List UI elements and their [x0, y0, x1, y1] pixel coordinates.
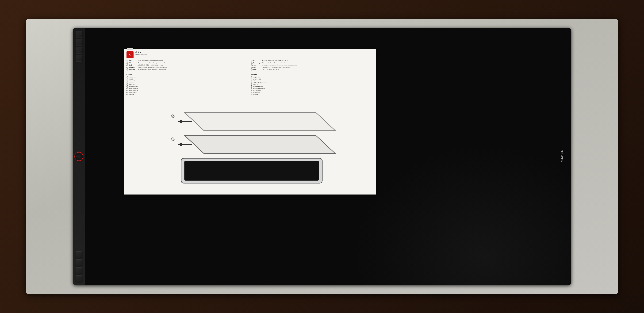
outer-tray: XP-PEN ↖ ① 注意 使用前請先小保護膜! — [26, 19, 618, 294]
instruction-paper: ↖ ① 注意 使用前請先小保護膜! ① Note — [124, 49, 376, 194]
side-button-7[interactable] — [76, 267, 82, 274]
film-item-ag-en: ②Anti-glare film — [250, 76, 374, 78]
film-item-de1: ①Schutzfolie — [126, 82, 249, 84]
logo-box: ↖ — [126, 51, 134, 58]
button-group-bottom — [76, 251, 82, 282]
svg-text:②: ② — [171, 114, 175, 118]
circle-1d: ① — [126, 67, 128, 68]
film-section: ① 保護膜 ①Protective film ①보호 필름 ①Película … — [126, 74, 374, 95]
notice-col-right: ① 참 고 사용하기 전에 ①의 보호 필름을 빼어 내십시오 ① Anmerk… — [251, 60, 374, 71]
screen-area: XP-PEN ↖ ① 注意 使用前請先小保護膜! — [85, 28, 571, 285]
notice-subtitle: 使用前請先小保護膜! — [136, 54, 374, 56]
circle-1: ① — [126, 60, 128, 62]
film-type-2-title: ② 防眩光膜 — [250, 74, 374, 76]
film-item-ag-de: ②Anti-Glare Displayschutzfolie — [250, 82, 374, 84]
paper-corner — [127, 48, 133, 50]
notice-row-de: ① Anmerkung Entfernen Sie bitte die Schu… — [251, 62, 374, 64]
side-button-4[interactable] — [76, 55, 82, 62]
film-item-fr1: ①Film de protection — [126, 92, 249, 93]
notice-row-pt: ① Nota Por favor, retire a ① pelicula pr… — [251, 66, 374, 68]
film-item-kr1: ①보호 필름 — [126, 78, 249, 80]
circle-1i: ① — [251, 67, 252, 68]
header-title-block: ① 注意 使用前請先小保護膜! — [136, 51, 374, 56]
svg-marker-7 — [178, 120, 182, 124]
film-type-1-title: ① 保護膜 — [126, 74, 249, 76]
svg-text:①: ① — [171, 136, 175, 142]
film-col-protective: ① 保護膜 ①Protective film ①보호 필름 ①Película … — [126, 74, 249, 95]
film-item-ag-jp: ②防眩フィルム — [250, 84, 374, 86]
svg-rect-5 — [184, 161, 319, 180]
notice-row-ru: ① Внимание Снимите 1 Защитную пленку пер… — [126, 66, 249, 68]
notice-row-kr: ① 참 고 사용하기 전에 ①의 보호 필름을 빼어 내십시오 — [251, 60, 374, 62]
notice-title-chinese: ① 注意 — [136, 51, 374, 54]
film-item-ag-it: ②Pellicola anti bagliore — [250, 86, 374, 88]
side-button-3[interactable] — [76, 47, 82, 54]
film-item-it1: ①Pellicola protettiva — [126, 86, 249, 88]
divider-2 — [126, 97, 374, 97]
notice-row-zh: ① 注 意 ご使用前に①保護フィルムを剥がしてください — [126, 64, 249, 66]
side-button-8[interactable] — [76, 275, 82, 282]
tablet-device: XP-PEN ↖ ① 注意 使用前請先小保護膜! — [73, 28, 571, 285]
film-item-ag-pt: ②Filme anti-reflexo — [250, 90, 374, 91]
film-item-es: ①Película protectora — [126, 80, 249, 82]
side-button-5[interactable] — [76, 251, 82, 258]
film-item-ag-kr: ②눈부심 방지 필름 — [250, 78, 374, 80]
button-group-top — [76, 31, 82, 62]
film-col-antiglare: ② 防眩光膜 ②Anti-glare film ②눈부심 방지 필름 ②Pelí… — [250, 74, 374, 95]
svg-marker-0 — [184, 112, 335, 131]
left-panel — [73, 28, 85, 285]
circle-1e: ① — [126, 69, 128, 71]
paper-header: ↖ ① 注意 使用前請先小保護膜! — [126, 51, 374, 58]
circle-1b: ① — [126, 62, 128, 64]
svg-marker-2 — [184, 135, 335, 154]
circle-1c: ① — [126, 64, 128, 66]
film-item-ag-ru: ②Антибликовое покрытие — [250, 88, 374, 90]
circle-1j: ① — [251, 69, 252, 71]
circle-1h: ① — [251, 64, 252, 66]
side-button-2[interactable] — [76, 39, 82, 46]
film-item-ag-fr: ②Film anti-reflet — [250, 92, 374, 93]
film-item-ag-es: ②Películas antirreflejos — [250, 80, 374, 82]
film-item-ru1: ①Защитная пленка — [126, 88, 249, 90]
circle-1f: ① — [251, 60, 252, 62]
film-item-en: ①Protective film — [126, 76, 249, 78]
screen-shadow — [352, 144, 571, 285]
scene: XP-PEN ↖ ① 注意 使用前請先小保護膜! — [0, 0, 644, 313]
notice-row-fr: ① Remarque Veuillez enlever le film de p… — [126, 69, 249, 71]
notice-row-it: ① Nota Si consiglia di rimuovere la ①pel… — [251, 64, 374, 66]
film-item-jp: ①保護フィルム — [126, 84, 249, 86]
notice-row-ar: ① ملاحظة الاستخدام قبل الشالة وافى الرجم… — [251, 69, 374, 71]
notice-col-left: ① Note Please remove the ① protective fi… — [126, 60, 249, 71]
diagram-area: ② ① — [126, 98, 374, 192]
brand-label: XP-PEN — [560, 150, 563, 163]
notice-row-note: ① Note Please remove the ① protective fi… — [126, 60, 249, 62]
film-item-ag-ar: ②انعكاس مانع — [250, 94, 374, 95]
circle-1g: ① — [251, 62, 252, 64]
side-button-6[interactable] — [76, 259, 82, 266]
logo-arrow-icon: ↖ — [128, 53, 132, 57]
notice-row-nota-es: ① Nota ¡Antes de usar, retire ① la pelíc… — [126, 62, 249, 64]
dial-inner — [76, 154, 81, 159]
side-button-1[interactable] — [76, 31, 82, 38]
notice-two-col: ① Note Please remove the ① protective fi… — [126, 60, 374, 71]
film-item-ar1: ①شاشة وافي — [126, 94, 249, 95]
svg-marker-10 — [178, 142, 182, 146]
film-diagram-svg: ② ① — [145, 99, 355, 191]
film-item-es2: ①Película protectora — [126, 90, 249, 91]
dial-button[interactable] — [74, 152, 84, 161]
